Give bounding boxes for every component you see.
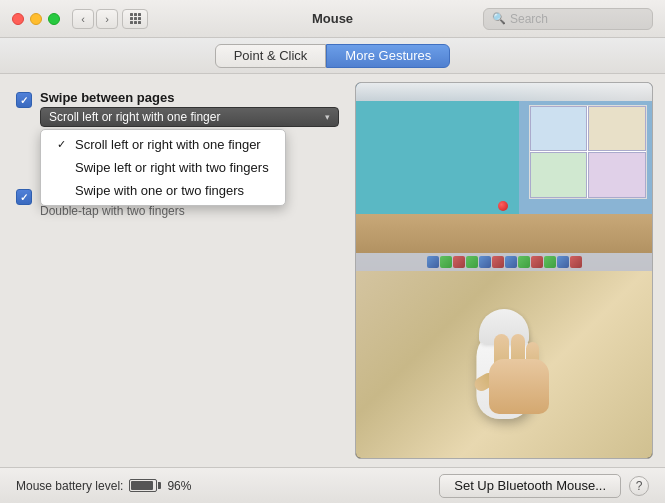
wall-teal [356,101,519,214]
help-button[interactable]: ? [629,476,649,496]
search-icon: 🔍 [492,12,506,25]
battery-fill [131,481,153,490]
toolbar: Point & Click More Gestures [0,38,665,74]
dock-icon [570,256,582,268]
dock-icon [531,256,543,268]
dropdown-item-3[interactable]: Swipe with one or two fingers [41,179,285,202]
dock-icon [557,256,569,268]
left-panel: ✓ Swipe between pages Scroll left or rig… [0,74,355,467]
dropdown-arrow-icon: ▾ [325,112,330,122]
dropdown-item-3-label: Swipe with one or two fingers [75,183,244,198]
dropdown-wrapper: Scroll left or right with one finger ▾ S… [40,107,339,127]
maximize-button[interactable] [48,13,60,25]
window-title: Mouse [312,11,353,26]
right-panel [355,74,665,467]
shelf-cell-3 [530,152,588,197]
dock-icon [453,256,465,268]
dock-icon [440,256,452,268]
dock-icon [505,256,517,268]
room-scene [356,83,652,271]
mission-control-subtitle: Double-tap with two fingers [40,204,339,218]
grid-icon [130,13,141,24]
search-placeholder: Search [510,12,548,26]
dock-icon [544,256,556,268]
app-grid-button[interactable] [122,9,148,29]
dock-icon [518,256,530,268]
battery-percent: 96% [167,479,191,493]
tab-point-click[interactable]: Point & Click [215,44,327,68]
dropdown-item-1-label: Scroll left or right with one finger [75,137,261,152]
ball-object [498,201,508,211]
battery-body [129,479,157,492]
checkmark-icon: ✓ [20,95,28,106]
checkmark-icon-2: ✓ [20,192,28,203]
dock-icon [479,256,491,268]
dock-bar [356,253,652,271]
mouse-shape [469,309,539,419]
traffic-lights [12,13,60,25]
dropdown-selected-text: Scroll left or right with one finger [49,110,220,124]
dock-icon [466,256,478,268]
back-button[interactable]: ‹ [72,9,94,29]
battery-label: Mouse battery level: 96% [16,479,191,493]
battery-label-text: Mouse battery level: [16,479,123,493]
shelf-cell-4 [588,152,646,197]
hand-shape [469,334,559,414]
dropdown-menu: Scroll left or right with one finger Swi… [40,129,286,206]
gesture-dropdown[interactable]: Scroll left or right with one finger ▾ [40,107,339,127]
shelf-area [529,105,647,199]
nav-buttons: ‹ › [72,9,118,29]
minimize-button[interactable] [30,13,42,25]
shelf-cell-1 [530,106,588,151]
shelf-cell-2 [588,106,646,151]
preview-mouse [356,271,652,459]
titlebar: ‹ › Mouse 🔍 Search [0,0,665,38]
dropdown-item-2[interactable]: Swipe left or right with two fingers [41,156,285,179]
forward-button[interactable]: › [96,9,118,29]
battery-icon [129,479,161,492]
main-content: ✓ Swipe between pages Scroll left or rig… [0,74,665,467]
palm [489,359,549,414]
swipe-pages-content: Swipe between pages Scroll left or right… [40,90,339,127]
dock-icon [492,256,504,268]
mission-control-checkbox[interactable]: ✓ [16,189,32,205]
battery-tip [158,482,161,489]
search-box[interactable]: 🔍 Search [483,8,653,30]
setup-bluetooth-button[interactable]: Set Up Bluetooth Mouse... [439,474,621,498]
statusbar: Mouse battery level: 96% Set Up Bluetoot… [0,467,665,503]
swipe-pages-option: ✓ Swipe between pages Scroll left or rig… [16,90,339,127]
close-button[interactable] [12,13,24,25]
dropdown-item-2-label: Swipe left or right with two fingers [75,160,269,175]
swipe-pages-title: Swipe between pages [40,90,339,105]
swipe-pages-checkbox[interactable]: ✓ [16,92,32,108]
preview-desktop [356,83,652,271]
dock-icon [427,256,439,268]
dropdown-item-1[interactable]: Scroll left or right with one finger [41,133,285,156]
tab-more-gestures[interactable]: More Gestures [326,44,450,68]
preview-container [355,82,653,459]
